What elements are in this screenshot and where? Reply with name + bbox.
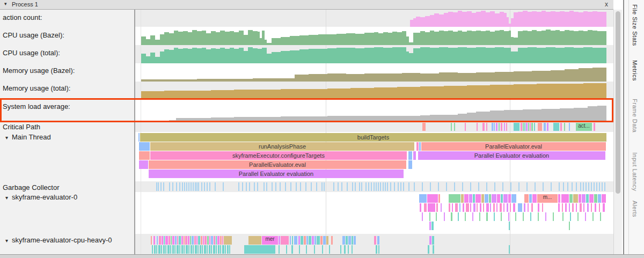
cpu-heavy-slice[interactable] <box>172 245 174 254</box>
cpu-heavy-slice[interactable] <box>301 236 303 245</box>
evaluator0-slice[interactable] <box>562 212 564 221</box>
gc-tick[interactable] <box>186 182 187 191</box>
gc-tick[interactable] <box>296 182 297 191</box>
gc-tick[interactable] <box>347 182 348 191</box>
cpu-heavy-slice[interactable] <box>201 236 202 245</box>
gc-tick[interactable] <box>526 182 528 191</box>
critical-path-slice[interactable] <box>422 123 426 131</box>
evaluator0-slice[interactable] <box>473 194 475 203</box>
critical-path-slice[interactable] <box>465 123 466 131</box>
evaluator0-slice[interactable] <box>592 212 594 221</box>
cpu-heavy-slice[interactable] <box>279 245 280 254</box>
cpu-heavy-slice[interactable] <box>322 245 323 254</box>
main-thread-slice[interactable] <box>419 142 421 151</box>
chart-mem-total[interactable] <box>135 82 613 100</box>
cpu-heavy-slice[interactable] <box>177 245 179 254</box>
cpu-heavy-slice[interactable] <box>309 236 311 245</box>
gc-tick[interactable] <box>156 182 157 191</box>
gc-tick[interactable] <box>321 182 323 191</box>
cpu-heavy-slice[interactable] <box>312 236 314 245</box>
gc-tick[interactable] <box>191 182 192 191</box>
cpu-heavy-slice[interactable] <box>218 245 219 254</box>
cpu-heavy-slice[interactable] <box>292 236 293 245</box>
gc-tick[interactable] <box>204 182 205 191</box>
cpu-heavy-slice[interactable] <box>197 245 199 254</box>
chart-cpu-bazel[interactable] <box>135 27 613 45</box>
gc-tick[interactable] <box>163 182 164 191</box>
cpu-heavy-slice[interactable] <box>329 245 330 254</box>
evaluator0-slice[interactable] <box>565 203 567 212</box>
cpu-heavy-slice[interactable] <box>346 236 348 245</box>
critical-path-slice[interactable] <box>528 123 529 131</box>
evaluator0-slice[interactable] <box>585 212 586 221</box>
cpu-heavy-slice[interactable] <box>198 236 200 245</box>
cpu-heavy-slice[interactable] <box>378 245 379 254</box>
gc-tick[interactable] <box>559 182 560 191</box>
evaluator0-slice[interactable] <box>449 203 450 212</box>
evaluator0-slice[interactable] <box>490 203 491 212</box>
cpu-heavy-slice[interactable] <box>186 245 188 254</box>
evaluator0-slice[interactable] <box>524 194 529 203</box>
cpu-heavy-slice[interactable] <box>374 236 376 245</box>
cpu-heavy-slice[interactable] <box>377 236 379 245</box>
cpu-heavy-slice[interactable] <box>163 245 165 254</box>
evaluator0-slice[interactable] <box>587 203 589 212</box>
gc-tick[interactable] <box>272 182 273 191</box>
gc-tick[interactable] <box>371 182 372 191</box>
cpu-heavy-slice[interactable] <box>204 245 206 254</box>
gc-tick[interactable] <box>478 182 479 191</box>
cpu-heavy-slice[interactable] <box>227 245 229 254</box>
evaluator0-slice[interactable] <box>558 194 560 203</box>
gc-tick[interactable] <box>359 182 360 191</box>
cpu-heavy-slice[interactable] <box>207 245 208 254</box>
gc-tick[interactable] <box>510 182 511 191</box>
main-thread-slice[interactable] <box>408 160 412 169</box>
vertical-scrollbar-thumb[interactable] <box>616 11 620 194</box>
evaluator0-slice[interactable] <box>483 203 484 212</box>
cpu-heavy-slice[interactable] <box>165 245 166 254</box>
critical-path-slice[interactable] <box>521 123 522 131</box>
critical-path-slice[interactable] <box>564 123 565 131</box>
critical-path-slice[interactable] <box>486 123 487 131</box>
main-thread-slice[interactable]: runAnalysisPhase <box>150 142 414 151</box>
gc-tick[interactable] <box>179 182 180 191</box>
evaluator0-slice[interactable] <box>451 212 452 221</box>
evaluator0-slice[interactable] <box>466 203 469 212</box>
track-label-main-thread[interactable]: ▾Main Thread <box>5 133 51 141</box>
gc-tick[interactable] <box>502 182 503 191</box>
evaluator0-slice[interactable] <box>501 194 503 203</box>
critical-path-slice[interactable] <box>524 123 525 131</box>
cpu-heavy-slice[interactable] <box>152 245 153 254</box>
gc-tick[interactable] <box>300 182 301 191</box>
track-label-skyframe-evaluator-cpu-heavy-0[interactable]: ▾skyframe-evaluator-cpu-heavy-0 <box>5 236 112 244</box>
cpu-heavy-slice[interactable] <box>162 236 163 245</box>
side-tab-frame-data[interactable]: Frame Data <box>632 99 638 132</box>
cpu-heavy-slice[interactable] <box>191 245 192 254</box>
cpu-heavy-slice[interactable] <box>207 236 209 245</box>
evaluator0-slice[interactable] <box>464 194 469 203</box>
cpu-heavy-slice[interactable] <box>159 236 161 245</box>
gc-tick[interactable] <box>158 182 159 191</box>
cpu-heavy-slice[interactable] <box>304 236 306 245</box>
cpu-heavy-slice[interactable] <box>222 236 223 245</box>
evaluator0-slice[interactable] <box>480 203 481 212</box>
cpu-heavy-slice[interactable] <box>161 245 162 254</box>
cpu-heavy-slice[interactable] <box>154 245 156 254</box>
evaluator0-slice[interactable] <box>576 203 577 212</box>
gc-tick[interactable] <box>387 182 388 191</box>
gc-tick[interactable] <box>543 182 544 191</box>
gc-tick[interactable] <box>361 182 362 191</box>
evaluator0-slice[interactable] <box>458 212 459 221</box>
evaluator0-slice[interactable] <box>542 203 543 212</box>
critical-path-slice[interactable] <box>530 123 531 131</box>
vertical-scrollbar[interactable] <box>613 10 622 254</box>
evaluator0-slice[interactable] <box>511 194 516 203</box>
evaluator0-slice[interactable] <box>518 203 522 212</box>
gc-tick[interactable] <box>338 182 339 191</box>
evaluator0-slice[interactable]: m... <box>537 194 558 203</box>
gc-tick[interactable] <box>352 182 353 191</box>
evaluator0-slice[interactable] <box>600 212 601 221</box>
gc-tick[interactable] <box>242 182 243 191</box>
gc-tick[interactable] <box>341 182 342 191</box>
gc-tick[interactable] <box>378 182 379 191</box>
